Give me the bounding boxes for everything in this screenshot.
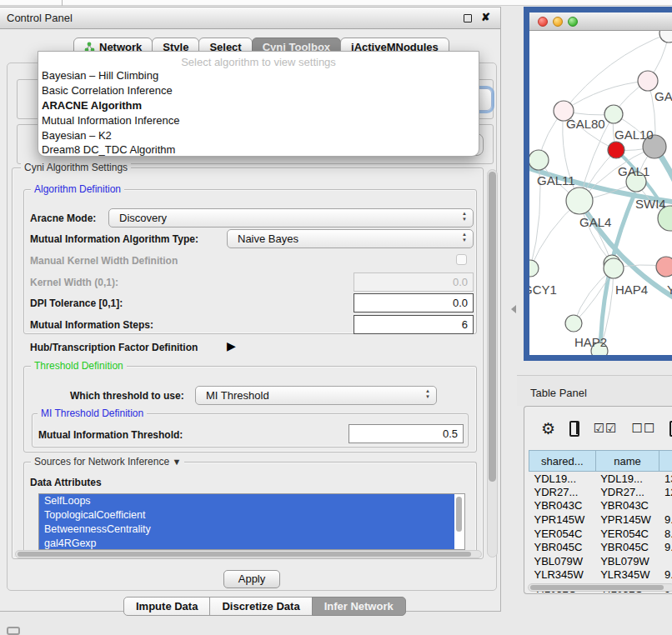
which-threshold-combo[interactable]: MI Threshold ▲▼ (195, 386, 437, 405)
mi-type-label: Mutual Information Algorithm Type: (30, 233, 198, 245)
minimize-traffic-light-icon[interactable] (553, 17, 563, 27)
column-header[interactable]: A (659, 451, 672, 472)
mi-type-combo[interactable]: Naive Bayes ▲▼ (227, 229, 474, 248)
algorithm-option[interactable]: ARACNE Algorithm (38, 98, 479, 113)
aracne-mode-value: Discovery (119, 212, 167, 224)
hub-expand-arrow-icon[interactable]: ▶ (227, 339, 236, 352)
algorithm-dropdown-placeholder: Select algorithm to view settings (38, 52, 479, 68)
settings-vertical-scrollbar[interactable] (487, 169, 498, 558)
combo-arrows-icon: ▲▼ (425, 388, 430, 399)
table-row[interactable]: YER054CYER054C8. (529, 527, 672, 541)
close-traffic-light-icon[interactable] (538, 17, 548, 27)
tab-discretize-data[interactable]: Discretize Data (209, 597, 312, 616)
table-cell: YLR345W (529, 568, 596, 582)
network-node[interactable] (608, 142, 624, 158)
hub-section-label: Hub/Transcription Factor Definition (30, 342, 198, 353)
table-cell: 9. (659, 540, 672, 554)
table-cell: 12 (659, 485, 672, 499)
float-window-icon[interactable] (464, 14, 472, 22)
table-hscrollbar-thumb[interactable] (530, 585, 664, 590)
kernel-width-field[interactable] (354, 272, 474, 292)
settings-hscrollbar-thumb[interactable] (18, 552, 471, 557)
network-node-label: Y (667, 282, 672, 297)
column-layout-icon[interactable] (569, 421, 579, 437)
data-attribute-item[interactable]: TopologicalCoefficient (39, 508, 454, 522)
network-node-label: GAL10 (614, 128, 654, 142)
zoom-traffic-light-icon[interactable] (568, 17, 578, 27)
settings-horizontal-scrollbar[interactable] (15, 550, 482, 558)
network-node-label: GAL (654, 89, 672, 103)
mi-type-value: Naive Bayes (238, 232, 298, 245)
sources-title-text: Sources for Network Inference (34, 456, 169, 468)
network-node[interactable] (604, 258, 624, 278)
table-settings-gear-icon[interactable]: ⚙ (541, 421, 555, 437)
select-all-icon[interactable]: ☑☑ (594, 421, 618, 436)
network-node-label: HAP4 (615, 282, 648, 297)
floating-window-icon[interactable] (7, 627, 20, 635)
network-node-label: GCY1 (529, 282, 557, 297)
attributes-scrollbar[interactable] (455, 496, 463, 548)
manual-kernel-label: Manual Kernel Width Definition (30, 255, 178, 267)
splitpane-resize-icon[interactable] (511, 305, 516, 313)
manual-kernel-checkbox[interactable] (456, 254, 467, 265)
table-row[interactable]: YBR043CYBR043C (529, 499, 672, 513)
network-node[interactable] (656, 257, 672, 277)
mi-steps-field[interactable] (354, 315, 474, 334)
table-cell: 9. (659, 568, 672, 582)
aracne-mode-label: Aracne Mode: (30, 212, 96, 224)
network-node[interactable] (638, 71, 658, 91)
table-horizontal-scrollbar[interactable] (528, 583, 672, 592)
network-canvas[interactable]: GALGAL80GAL10GAL1SWI4GAL11GAL4YGCY1HAP4H… (529, 31, 672, 355)
table-panel-titlebar: Table Panel (517, 375, 672, 406)
algorithm-option[interactable]: Basic Correlation Inference (38, 83, 479, 98)
table-row[interactable]: YDL19...YDL19...13 (529, 472, 672, 486)
table-cell: YPR145W (595, 512, 659, 527)
network-node[interactable] (529, 150, 549, 170)
column-header[interactable]: name (595, 451, 659, 472)
table-cell: YDR27... (595, 485, 659, 499)
data-attribute-item[interactable]: BetweennessCentrality (39, 522, 454, 537)
tab-impute-data[interactable]: Impute Data (123, 597, 210, 616)
network-graph: GALGAL80GAL10GAL1SWI4GAL11GAL4YGCY1HAP4H… (529, 31, 672, 355)
control-panel-titlebar: Control Panel ✘ (0, 8, 500, 29)
mi-steps-label: Mutual Information Steps: (30, 319, 153, 331)
network-node[interactable] (529, 260, 539, 277)
network-node[interactable] (566, 188, 593, 214)
deselect-all-icon[interactable]: ☐☐ (632, 421, 656, 436)
data-attribute-item[interactable]: SelfLoops (39, 494, 454, 508)
column-header[interactable]: shared... (529, 451, 596, 472)
table-row[interactable]: YBL079WYBL079W (529, 554, 672, 568)
table-cell: YBR043C (595, 499, 659, 513)
data-attribute-item[interactable]: gal4RGexp (39, 537, 454, 550)
sources-group-title: Sources for Network Inference ▼ (31, 456, 184, 468)
algorithm-option[interactable]: Dream8 DC_TDC Algorithm (38, 142, 479, 158)
table-row[interactable]: YDR27...YDR27...12 (529, 485, 672, 499)
mi-threshold-field[interactable] (349, 424, 464, 443)
table-cell: YLR345W (595, 568, 659, 582)
dpi-tolerance-field[interactable] (354, 293, 474, 312)
algorithm-option[interactable]: Bayesian – K2 (38, 128, 479, 142)
tab-infer-network[interactable]: Infer Network (312, 597, 406, 616)
app-toolbar-strip (0, 0, 672, 6)
network-node[interactable] (604, 105, 623, 123)
table-cell: YBR043C (529, 499, 596, 513)
table-cell: YDR27... (529, 485, 596, 499)
table-cell: YBL079W (595, 554, 659, 568)
network-node[interactable] (659, 31, 672, 42)
toolbar-divider (62, 0, 63, 6)
algorithm-option[interactable]: Bayesian – Hill Climbing (38, 68, 479, 83)
table-cell (659, 499, 672, 513)
algorithm-option[interactable]: Mutual Information Inference (38, 112, 479, 128)
table-row[interactable]: YPR145WYPR145W9. (529, 512, 672, 527)
network-node[interactable] (565, 315, 582, 332)
settings-scrollbar-thumb[interactable] (489, 172, 496, 482)
close-window-icon[interactable]: ✘ (481, 11, 490, 23)
table-cell (659, 554, 672, 568)
apply-button[interactable]: Apply (223, 570, 280, 588)
table-row[interactable]: YBR045CYBR045C9. (529, 540, 672, 554)
table-cell: YBL079W (529, 554, 596, 568)
sources-collapse-arrow-icon[interactable]: ▼ (172, 457, 181, 467)
algorithm-dropdown-popup: Select algorithm to view settings Bayesi… (38, 51, 479, 157)
aracne-mode-combo[interactable]: Discovery ▲▼ (108, 208, 474, 228)
table-row[interactable]: YLR345WYLR345W9. (529, 568, 672, 582)
